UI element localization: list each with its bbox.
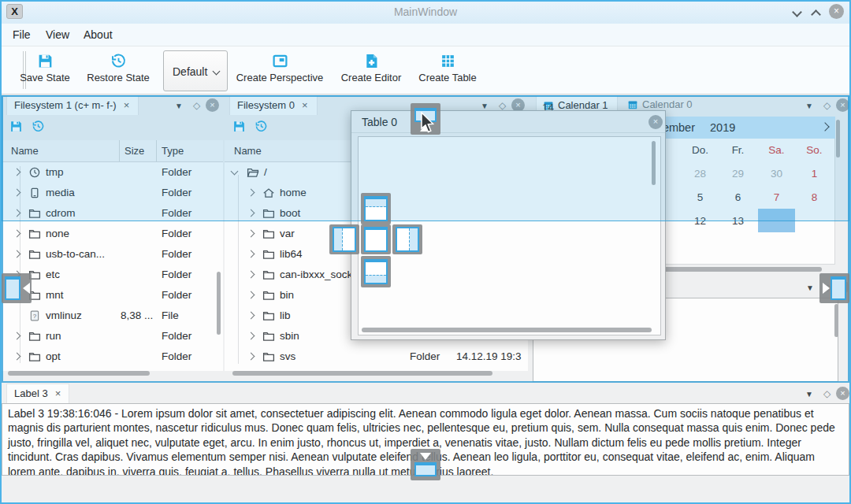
- dock-menu-icon[interactable]: ▼: [806, 284, 814, 292]
- expander-icon[interactable]: [247, 209, 255, 217]
- date-cell[interactable]: 6: [719, 191, 757, 203]
- restore-icon[interactable]: [32, 120, 45, 133]
- expander-icon[interactable]: [13, 209, 21, 217]
- v-scrollbar[interactable]: [217, 272, 221, 335]
- next-month-icon[interactable]: [821, 123, 831, 132]
- drop-indicator-area-left[interactable]: [329, 224, 359, 254]
- tree-header[interactable]: Name Size Type: [2, 140, 223, 162]
- tree-row[interactable]: optFolder: [2, 346, 223, 367]
- tab-filesystem0[interactable]: Filesystem 0×: [229, 95, 318, 115]
- expander-icon[interactable]: [231, 168, 239, 176]
- file-type: Folder: [162, 330, 191, 342]
- close-icon[interactable]: ×: [648, 115, 663, 129]
- create-editor-button[interactable]: Create Editor: [337, 50, 405, 92]
- date-cell[interactable]: 8: [795, 191, 834, 203]
- expander-icon[interactable]: [247, 353, 255, 361]
- perspective-dropdown[interactable]: Default: [163, 50, 228, 91]
- menu-file[interactable]: File: [13, 28, 31, 41]
- v-scrollbar[interactable]: [652, 141, 656, 185]
- col-name[interactable]: Name: [234, 145, 262, 157]
- expander-icon[interactable]: [247, 271, 255, 279]
- date-cell[interactable]: 12: [681, 215, 719, 227]
- dock-menu-icon[interactable]: ▼: [175, 102, 183, 110]
- float-diamond-icon[interactable]: ◇: [193, 100, 200, 111]
- date-cell[interactable]: 7: [757, 191, 796, 203]
- restore-icon[interactable]: [255, 120, 268, 133]
- h-scrollbar[interactable]: [232, 371, 492, 376]
- h-scrollbar[interactable]: [8, 371, 150, 376]
- date-cell[interactable]: 1: [795, 168, 834, 180]
- save-state-button[interactable]: Save State: [11, 50, 79, 92]
- drop-indicator-area-center[interactable]: [361, 224, 391, 254]
- date-cell[interactable]: 28: [681, 168, 719, 180]
- tree-row[interactable]: etcFolder: [2, 265, 223, 285]
- expander-icon[interactable]: [247, 291, 255, 299]
- expander-icon[interactable]: [247, 230, 255, 238]
- expander-icon[interactable]: [13, 250, 21, 258]
- tree-row[interactable]: tmpFolder: [2, 162, 223, 183]
- create-perspective-button[interactable]: Create Perspective: [234, 50, 325, 92]
- drop-indicator-area-top[interactable]: [361, 193, 391, 224]
- dock-menu-icon[interactable]: ▼: [805, 102, 813, 110]
- floating-window-title[interactable]: Table 0: [362, 116, 397, 128]
- v-scrollbar[interactable]: [834, 304, 838, 337]
- close-icon[interactable]: ×: [829, 4, 844, 19]
- drop-indicator-right[interactable]: [819, 273, 849, 303]
- save-icon[interactable]: [232, 120, 246, 133]
- col-type[interactable]: Type: [162, 145, 184, 157]
- drop-indicator-area-bottom[interactable]: [361, 256, 391, 287]
- drop-indicator-left[interactable]: [2, 273, 32, 303]
- h-scrollbar[interactable]: [362, 328, 652, 332]
- tree-row[interactable]: mediaFolder: [2, 183, 223, 203]
- tree-row[interactable]: runFolder: [2, 326, 223, 346]
- tab-label3[interactable]: Label 3×: [6, 384, 69, 403]
- minimize-icon[interactable]: [793, 7, 801, 16]
- dock-menu-icon[interactable]: ▼: [481, 102, 489, 110]
- expander-icon[interactable]: [247, 250, 255, 258]
- dock-menu-icon[interactable]: ▼: [805, 390, 813, 398]
- date-cell[interactable]: 13: [719, 215, 757, 227]
- expander-icon[interactable]: [13, 169, 21, 176]
- tree-row[interactable]: svsFolder14.12.19 19:3: [225, 346, 528, 367]
- create-table-label: Create Table: [418, 72, 476, 83]
- tree-row[interactable]: usb-to-can...Folder: [2, 244, 223, 265]
- expander-icon[interactable]: [247, 312, 255, 320]
- tree-row[interactable]: mntFolder: [2, 285, 223, 306]
- drop-indicator-bottom[interactable]: [411, 449, 440, 480]
- dock-close-icon[interactable]: ×: [206, 98, 219, 112]
- expander-icon[interactable]: [13, 189, 21, 197]
- tab-close-icon[interactable]: ×: [124, 99, 130, 111]
- file-name: etc: [46, 269, 60, 280]
- menu-about[interactable]: About: [84, 28, 113, 41]
- tab-close-icon[interactable]: ×: [302, 99, 308, 111]
- expander-icon[interactable]: [13, 332, 21, 340]
- expander-icon[interactable]: [247, 189, 255, 197]
- tree-row[interactable]: ?vmlinuz8,38 ...File: [2, 306, 223, 326]
- float-diamond-icon[interactable]: ◇: [823, 100, 831, 111]
- create-table-button[interactable]: Create Table: [411, 50, 484, 92]
- drop-indicator-area-right[interactable]: [392, 224, 422, 254]
- save-icon[interactable]: [9, 120, 23, 133]
- tree-row[interactable]: cdromFolder: [2, 203, 223, 224]
- date-cell[interactable]: 5: [681, 191, 719, 203]
- selected-date[interactable]: [758, 209, 795, 232]
- v-scrollbar[interactable]: [836, 120, 840, 158]
- tab-filesystem1[interactable]: Filesystem 1 (c+ m- f-)×: [6, 95, 139, 115]
- float-diamond-icon[interactable]: ◇: [499, 100, 506, 111]
- window-titlebar[interactable]: X MainWindow ×: [0, 0, 851, 24]
- tree-row[interactable]: noneFolder: [2, 224, 223, 244]
- tab-close-icon[interactable]: ×: [55, 387, 61, 399]
- expander-icon[interactable]: [247, 332, 255, 340]
- dock-close-icon[interactable]: ×: [836, 98, 849, 112]
- col-name[interactable]: Name: [11, 145, 39, 157]
- float-diamond-icon[interactable]: ◇: [823, 388, 831, 399]
- date-cell[interactable]: 29: [719, 168, 757, 180]
- col-size[interactable]: Size: [124, 145, 144, 157]
- date-cell[interactable]: 30: [757, 168, 796, 180]
- menu-view[interactable]: View: [46, 28, 69, 41]
- expander-icon[interactable]: [13, 353, 21, 361]
- dock-close-icon[interactable]: ×: [836, 387, 849, 400]
- restore-state-button[interactable]: Restore State: [82, 50, 154, 92]
- expander-icon[interactable]: [13, 230, 21, 238]
- maximize-icon[interactable]: [812, 7, 820, 16]
